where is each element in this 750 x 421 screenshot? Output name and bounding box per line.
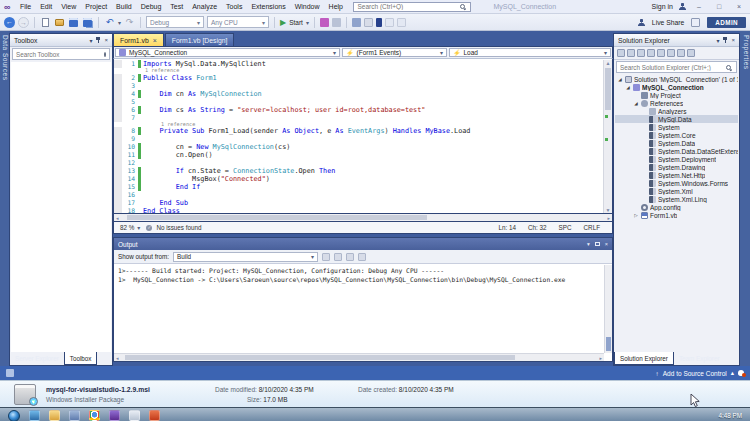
issues-status[interactable]: No issues found	[156, 224, 201, 231]
expanded-arrow-icon[interactable]: ◢	[617, 77, 623, 82]
tree-item[interactable]: System.Windows.Forms	[615, 179, 738, 187]
collapse-all-icon[interactable]	[637, 49, 645, 57]
redo-icon[interactable]: ↷	[124, 17, 135, 28]
taskbar-app-notes[interactable]	[129, 410, 140, 421]
close-tab-icon[interactable]: ×	[153, 37, 157, 44]
close-button[interactable]: ×	[732, 3, 746, 10]
tree-item[interactable]: System	[615, 123, 738, 131]
feedback-icon[interactable]	[691, 18, 700, 27]
maximize-panel-icon[interactable]	[595, 242, 600, 246]
notifications-bell-icon[interactable]	[738, 370, 744, 376]
tree-item[interactable]: System.Deployment	[615, 155, 738, 163]
breakpoint-margin[interactable]	[114, 60, 122, 68]
home-icon[interactable]	[627, 49, 635, 57]
solution-search-input[interactable]	[620, 64, 726, 71]
tree-item[interactable]: ◢References	[615, 99, 738, 107]
close-icon[interactable]: ×	[731, 37, 735, 43]
breakpoint-margin[interactable]	[114, 143, 122, 151]
menu-item-build[interactable]: Build	[112, 3, 137, 10]
quick-search-box[interactable]	[353, 2, 471, 12]
breakpoint-margin[interactable]	[114, 207, 122, 214]
code-line[interactable]: 3	[114, 82, 603, 90]
window-position-icon[interactable]: ▾	[587, 241, 590, 247]
chevron-up-icon[interactable]: ▴	[731, 369, 734, 377]
solution-platform-dropdown[interactable]: Any CPU▾	[207, 16, 269, 28]
comment-icon[interactable]	[352, 18, 361, 27]
live-share-icon[interactable]	[638, 19, 645, 26]
breakpoint-margin[interactable]	[114, 167, 122, 175]
live-share-button[interactable]: Live Share	[652, 19, 685, 26]
health-indicator-icon[interactable]: ✓	[146, 225, 152, 231]
breakpoint-margin[interactable]	[114, 191, 122, 199]
zoom-dropdown[interactable]: 82 %▾	[118, 224, 142, 231]
code-line[interactable]: 6 Dim cs As String = "server=localhost; …	[114, 106, 603, 114]
sign-in-link[interactable]: Sign in	[652, 3, 673, 10]
tree-item[interactable]: ▷Form1.vb	[615, 211, 738, 219]
expanded-arrow-icon[interactable]: ◢	[625, 85, 631, 90]
breakpoint-margin[interactable]	[114, 175, 122, 183]
tab-team-explorer[interactable]: Team Explorer	[674, 352, 725, 365]
menu-item-tools[interactable]: Tools	[222, 3, 247, 10]
taskbar-app-explorer[interactable]	[49, 410, 60, 421]
output-content[interactable]: 1>------ Build started: Project: MySQL_C…	[114, 265, 604, 353]
goto-message-icon[interactable]	[334, 253, 342, 261]
class-dropdown[interactable]: MySQL_Connection ▾	[115, 48, 340, 57]
column-indicator[interactable]: Ch: 32	[528, 224, 547, 231]
code-line[interactable]: 2Public Class Form1	[114, 74, 603, 82]
breakpoint-margin[interactable]	[114, 151, 122, 159]
taskbar-clock[interactable]: 4:48 PM	[719, 410, 750, 419]
sync-with-active-document-icon[interactable]	[657, 49, 665, 57]
breakpoint-margin[interactable]	[114, 199, 122, 207]
menu-item-help[interactable]: Help	[324, 3, 347, 10]
menu-item-test[interactable]: Test	[166, 3, 188, 10]
menu-item-window[interactable]: Window	[290, 3, 324, 10]
toolbox-header[interactable]: Toolbox ▾ ×	[10, 34, 112, 47]
undo-dropdown-icon[interactable]: ▾	[118, 19, 121, 26]
tab-toolbox[interactable]: Toolbox	[64, 352, 98, 365]
tree-item[interactable]: ◢Solution 'MySQL_Connection' (1 of 1 pro…	[615, 75, 738, 83]
undo-icon[interactable]: ↶	[104, 17, 115, 28]
taskbar-app-installer[interactable]	[149, 410, 160, 421]
bookmark-icon[interactable]	[376, 18, 382, 27]
properties-vertical-tab[interactable]: Properties	[740, 31, 750, 366]
code-line[interactable]: 15 End If	[114, 183, 603, 191]
start-dropdown-icon[interactable]: ▾	[306, 19, 309, 26]
tree-item[interactable]: App.config	[615, 203, 738, 211]
code-line[interactable]: 14 MsgBox("Connected")	[114, 175, 603, 183]
filter-icon[interactable]	[647, 49, 655, 57]
toolbox-search-input[interactable]	[16, 51, 104, 58]
minimize-button[interactable]: –	[692, 3, 706, 10]
switch-views-icon[interactable]	[617, 49, 625, 57]
tab-solution-explorer[interactable]: Solution Explorer	[614, 352, 674, 365]
find-in-files-icon[interactable]	[332, 18, 341, 27]
find-message-icon[interactable]	[322, 253, 330, 261]
tab-form1-vb-design[interactable]: Form1.vb [Design]	[165, 33, 235, 46]
method-dropdown[interactable]: ⚡ Load ▾	[449, 48, 611, 57]
refresh-icon[interactable]	[667, 49, 675, 57]
tree-item[interactable]: System.Data	[615, 139, 738, 147]
properties-icon[interactable]	[687, 49, 695, 57]
navigate-forward-icon[interactable]: →	[18, 17, 29, 28]
breakpoint-margin[interactable]	[114, 98, 122, 106]
clear-all-icon[interactable]	[346, 253, 354, 261]
code-line[interactable]: 10 cn = New MySqlConnection(cs)	[114, 143, 603, 151]
taskbar-app-browser[interactable]	[29, 410, 40, 421]
editor-vertical-scrollbar[interactable]: ▲ ▼	[603, 60, 612, 213]
start-button[interactable]: Start	[289, 19, 303, 26]
close-icon[interactable]: ×	[104, 37, 108, 43]
editor-horizontal-scrollbar[interactable]: ◂ ▸	[113, 214, 613, 222]
indent-icon[interactable]	[385, 18, 394, 27]
data-sources-vertical-tab[interactable]: Data Sources	[0, 31, 9, 366]
code-line[interactable]: 4 Dim cn As MySqlConnection	[114, 90, 603, 98]
events-dropdown[interactable]: ⚡ (Form1 Events) ▾	[342, 48, 447, 57]
search-input[interactable]	[357, 3, 452, 10]
tree-item[interactable]: MySql.Data	[615, 115, 738, 123]
menu-item-debug[interactable]: Debug	[136, 3, 166, 10]
tree-item[interactable]: System.Drawing	[615, 163, 738, 171]
breakpoint-margin[interactable]	[114, 82, 122, 90]
close-icon[interactable]: ×	[605, 241, 608, 247]
output-header[interactable]: Output ▾ ×	[114, 238, 612, 250]
menu-item-project[interactable]: Project	[81, 3, 112, 10]
breakpoint-margin[interactable]	[114, 159, 122, 167]
code-line[interactable]: 11 cn.Open()	[114, 151, 603, 159]
